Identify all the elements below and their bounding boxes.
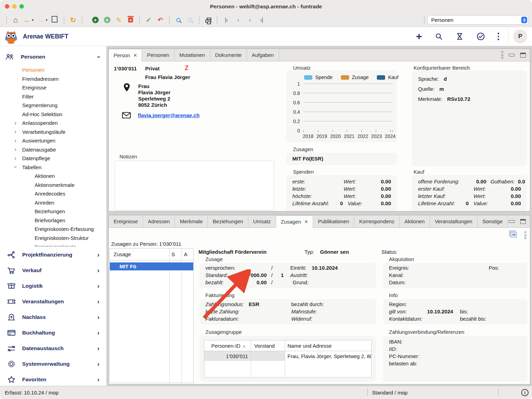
- sidebar-item-datenausgabe[interactable]: ›Datenausgabe: [0, 145, 106, 154]
- sidebar-item-personen[interactable]: Personen: [0, 66, 106, 75]
- col-vorstand[interactable]: Vorstand: [251, 343, 285, 349]
- sidebar-item-tabellen[interactable]: ›Tabellen: [0, 163, 106, 172]
- sidebar-item-adhoc-selektion[interactable]: Ad-Hoc Selektion: [0, 110, 106, 119]
- back-caret-icon[interactable]: ▾: [32, 18, 34, 22]
- tab-umsatz[interactable]: Umsatz: [248, 215, 276, 227]
- select-stepper-icon[interactable]: [521, 17, 527, 23]
- zusagen-list-row-selected[interactable]: MIT Fö: [110, 262, 193, 270]
- tab-zusagen[interactable]: Zusagen×: [276, 215, 313, 228]
- col-a[interactable]: A: [184, 251, 187, 257]
- chevron-right-icon[interactable]: ›: [15, 129, 16, 135]
- tab-sonstige[interactable]: Sonstige: [478, 215, 508, 227]
- sidebar-group-personen[interactable]: Personen ›: [0, 51, 106, 63]
- tab-adressen[interactable]: Adressen: [143, 215, 175, 227]
- more-options-icon[interactable]: [498, 33, 499, 40]
- nav-first-icon[interactable]: |‹: [222, 15, 230, 25]
- close-window-button[interactable]: [5, 4, 9, 9]
- sidebar-group-logistik[interactable]: Logistik ›: [0, 278, 106, 294]
- chevron-right-icon[interactable]: ›: [15, 138, 16, 144]
- tab-dokumente[interactable]: Dokumente: [210, 49, 247, 61]
- tab-publikationen[interactable]: Publikationen: [313, 215, 354, 227]
- hourglass-icon[interactable]: [455, 32, 464, 41]
- sidebar-item-ereignismerkmale[interactable]: Ereignismerkmale: [0, 242, 106, 247]
- sidebar-group-nachlass[interactable]: Nachlass ›: [0, 309, 106, 325]
- col-s[interactable]: S: [171, 251, 180, 257]
- close-tab-icon[interactable]: ×: [134, 52, 137, 59]
- tab-mutationen[interactable]: Mutationen: [175, 49, 210, 61]
- sidebar-group-verkauf[interactable]: Verkauf ›: [0, 262, 106, 278]
- sidebar-item-ereigniskosten-struktur[interactable]: Ereigniskosten-Struktur: [0, 234, 106, 243]
- chevron-right-icon[interactable]: ›: [15, 155, 16, 162]
- sidebar-item-ereignisse[interactable]: Ereignisse: [0, 83, 106, 92]
- col-name-adresse[interactable]: Name und Adresse: [285, 343, 371, 349]
- tab-korrespondenz[interactable]: Korrespondenz: [354, 215, 400, 227]
- forward-caret-icon[interactable]: ▾: [46, 18, 47, 22]
- confirm-icon[interactable]: ✓: [144, 15, 153, 25]
- forward-icon[interactable]: →▾: [37, 15, 47, 25]
- sidebar-item-datenpflege[interactable]: ›Datenpflege: [0, 154, 106, 163]
- sidebar-item-aktionen[interactable]: Aktionen: [0, 172, 106, 181]
- copy-pages-icon[interactable]: [51, 15, 59, 25]
- tab-aktionen[interactable]: Aktionen: [400, 215, 430, 227]
- minimize-window-button[interactable]: [12, 4, 17, 9]
- notes-area[interactable]: [115, 161, 274, 210]
- back-icon[interactable]: ←▾: [23, 15, 34, 25]
- global-search-icon[interactable]: [435, 32, 443, 41]
- sidebar-item-anlassspenden[interactable]: ›Anlassspenden: [0, 119, 106, 128]
- sidebar-item-segmentierung[interactable]: Segmentierung: [0, 101, 106, 110]
- tab-personen[interactable]: Personen: [142, 49, 174, 61]
- tab-beziehungen[interactable]: Beziehungen: [208, 215, 248, 227]
- person-email-link[interactable]: flavia.joerger@arenae.ch: [138, 112, 200, 118]
- col-zusage[interactable]: Zusage: [114, 251, 131, 257]
- minimize-panel-icon[interactable]: [509, 220, 515, 223]
- sidebar-item-filter[interactable]: Filter: [0, 92, 106, 101]
- sidebar-item-verarbeitungslaeufe[interactable]: ›Verarbeitungsläufe: [0, 128, 106, 137]
- search-icon[interactable]: [174, 15, 183, 25]
- sidebar-item-anreden[interactable]: Anreden: [0, 198, 106, 207]
- chevron-down-icon[interactable]: ›: [12, 166, 19, 168]
- zoom-window-button[interactable]: [19, 4, 24, 9]
- new-icon[interactable]: +: [416, 31, 422, 42]
- delete-icon[interactable]: ×: [126, 15, 135, 25]
- tab-ereignisse[interactable]: Ereignisse: [109, 215, 143, 227]
- nav-last-icon[interactable]: ›|: [257, 15, 266, 25]
- chevron-right-icon[interactable]: ›: [15, 120, 16, 126]
- maximize-panel-icon[interactable]: [520, 53, 526, 58]
- sidebar-group-projektfinanzierung[interactable]: Projektfinanzierung ›: [0, 247, 106, 262]
- close-tab-icon[interactable]: ×: [304, 218, 308, 225]
- sidebar-item-briefvorlagen[interactable]: Briefvorlagen: [0, 216, 106, 225]
- sidebar-group-datenaustausch[interactable]: Datenaustausch ›: [0, 340, 106, 356]
- panel-options-icon[interactable]: [524, 231, 526, 239]
- print-icon[interactable]: [204, 15, 212, 25]
- chevron-down-icon[interactable]: ›: [96, 56, 102, 58]
- refresh-icon[interactable]: ↻: [69, 15, 77, 25]
- sidebar-item-ereigniskosten-erfassung[interactable]: Ereigniskosten-Erfassung: [0, 225, 106, 234]
- minimize-panel-icon[interactable]: [509, 54, 515, 57]
- tab-aufgaben[interactable]: Aufgaben: [247, 49, 279, 61]
- edit-icon[interactable]: ✎: [115, 15, 123, 25]
- cascade-windows-icon[interactable]: [511, 232, 517, 237]
- add-record-icon[interactable]: +: [91, 15, 99, 25]
- panel-options-icon[interactable]: [501, 51, 503, 59]
- col-personen-id[interactable]: Personen-ID∧: [204, 343, 251, 349]
- sidebar-item-aktionsmerkmale[interactable]: Aktionsmerkmale: [0, 181, 106, 190]
- sidebar-group-favoriten[interactable]: Favoriten ›: [0, 372, 106, 386]
- add-copy-record-icon[interactable]: +: [103, 15, 111, 25]
- tab-person[interactable]: Person×: [109, 49, 142, 61]
- tab-merkmale[interactable]: Merkmale: [175, 215, 208, 227]
- undo-icon[interactable]: ↶: [156, 15, 165, 25]
- sidebar-group-systemverwaltung[interactable]: Systemverwaltung ›: [0, 356, 106, 372]
- sidebar-item-anredecodes[interactable]: Anredecodes: [0, 189, 106, 198]
- chevron-right-icon[interactable]: ›: [15, 146, 16, 153]
- check-circle-icon[interactable]: [476, 32, 485, 41]
- sidebar-item-fremdadressen[interactable]: Fremdadressen: [0, 75, 106, 84]
- user-avatar[interactable]: P: [513, 29, 527, 43]
- sidebar-group-buchhaltung[interactable]: Buchhaltung ›: [0, 325, 106, 340]
- home-icon[interactable]: ⌂: [11, 15, 20, 25]
- context-select[interactable]: Personen: [427, 15, 529, 25]
- maximize-panel-icon[interactable]: [520, 219, 526, 224]
- search-person-icon[interactable]: [186, 15, 194, 25]
- nav-next-icon[interactable]: ›: [246, 15, 254, 25]
- nav-prev-icon[interactable]: ‹: [234, 15, 242, 25]
- tab-veranstaltungen[interactable]: Veranstaltungen: [430, 215, 477, 227]
